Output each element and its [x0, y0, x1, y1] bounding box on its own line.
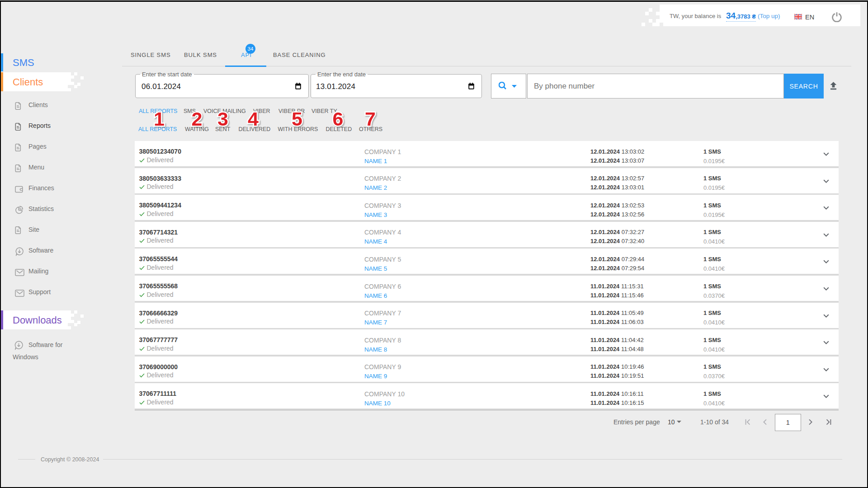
svg-text:4: 4: [248, 108, 259, 130]
svg-text:6: 6: [333, 108, 344, 130]
svg-text:1: 1: [154, 108, 165, 130]
svg-text:2: 2: [192, 108, 203, 130]
svg-text:3: 3: [217, 108, 228, 130]
svg-text:5: 5: [292, 108, 302, 130]
svg-text:7: 7: [365, 108, 376, 130]
